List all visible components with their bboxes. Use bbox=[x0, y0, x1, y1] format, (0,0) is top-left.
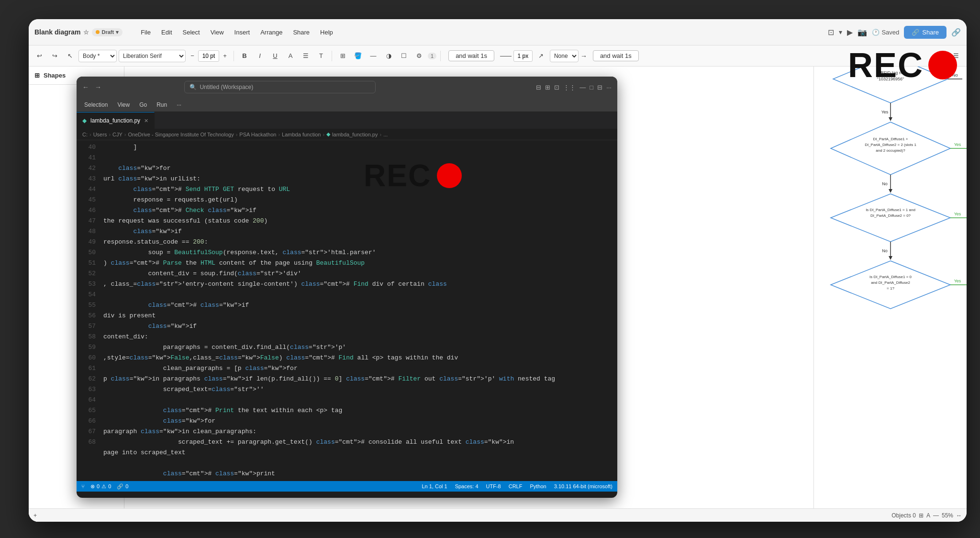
zoom-fit-btn[interactable]: ↔ bbox=[956, 512, 962, 519]
star-icon[interactable]: ☆ bbox=[83, 29, 89, 36]
code-line: scraped_text=class="str">'' bbox=[103, 384, 617, 395]
font-decrease-button[interactable]: − bbox=[188, 49, 197, 63]
menu-more[interactable]: ··· bbox=[173, 100, 185, 110]
opacity-button[interactable]: ☐ bbox=[397, 49, 411, 63]
line-number: 60 bbox=[77, 353, 96, 363]
tab-close-btn[interactable]: ✕ bbox=[144, 118, 148, 124]
bg-color-button[interactable]: 🪣 bbox=[351, 49, 365, 63]
link-status[interactable]: 🔗 0 bbox=[117, 483, 128, 490]
line-number: 49 bbox=[77, 237, 96, 247]
share-button[interactable]: 🔗 Share bbox=[904, 26, 947, 39]
code-line: class="cmt"># Check class="kw">if bbox=[103, 205, 617, 216]
menu-view[interactable]: View bbox=[206, 27, 229, 38]
code-line: class="kw">for bbox=[103, 163, 617, 174]
svg-marker-15 bbox=[889, 189, 892, 193]
minimize-btn[interactable]: — bbox=[579, 84, 586, 91]
menu-file[interactable]: File bbox=[136, 27, 156, 38]
git-icon: ⑂ bbox=[81, 483, 85, 489]
language-mode[interactable]: Python bbox=[530, 483, 546, 489]
arrow-button[interactable]: → bbox=[580, 52, 587, 60]
menu-run[interactable]: Run bbox=[153, 100, 171, 110]
menu-selection[interactable]: Selection bbox=[80, 100, 111, 110]
menu-go[interactable]: Go bbox=[135, 100, 151, 110]
menu-arrange[interactable]: Arrange bbox=[256, 27, 287, 38]
line-style-select[interactable]: —— bbox=[500, 53, 512, 59]
line-color-button[interactable]: — bbox=[367, 49, 380, 63]
font-select[interactable]: Liberation Serif bbox=[119, 50, 186, 62]
link-icon[interactable]: 🔗 bbox=[951, 28, 961, 37]
code-line: class="cmt"># class="kw">if bbox=[103, 300, 617, 311]
menu-view[interactable]: View bbox=[113, 100, 134, 110]
menu-edit[interactable]: Edit bbox=[156, 27, 177, 38]
italic-button[interactable]: I bbox=[253, 49, 267, 63]
font-color-button[interactable]: A bbox=[284, 49, 297, 63]
present-icon[interactable]: ⊡ bbox=[828, 28, 834, 37]
layers-icon[interactable]: ⊞ bbox=[919, 512, 924, 519]
code-line bbox=[103, 290, 617, 300]
line-number: 40 bbox=[77, 142, 96, 153]
menu-share[interactable]: Share bbox=[288, 27, 314, 38]
redo-button[interactable]: ↪ bbox=[48, 49, 61, 63]
active-tab[interactable]: ◆ lambda_function.py ✕ bbox=[77, 112, 155, 129]
layout-btn-1[interactable]: ⊟ bbox=[536, 84, 541, 91]
layout-btn-4[interactable]: ⋮⋮ bbox=[563, 84, 576, 91]
encoding[interactable]: UTF-8 bbox=[486, 483, 501, 489]
menu-select[interactable]: Select bbox=[178, 27, 205, 38]
code-line: clean_paragraphs = [p class="kw">for bbox=[103, 363, 617, 374]
video-icon[interactable]: 📷 bbox=[858, 28, 867, 37]
bold-button[interactable]: B bbox=[238, 49, 251, 63]
align-button[interactable]: ☰ bbox=[299, 49, 312, 63]
cursor-button[interactable]: ↖ bbox=[63, 49, 77, 63]
sep-3: › bbox=[124, 132, 126, 137]
svg-text:Is DI_PartA_Diffuse1 = 0: Is DI_PartA_Diffuse1 = 0 bbox=[869, 275, 912, 279]
zoom-out-btn[interactable]: — bbox=[933, 512, 939, 519]
font-increase-button[interactable]: + bbox=[220, 49, 230, 63]
line-ending[interactable]: CRLF bbox=[509, 483, 523, 489]
style-select[interactable]: Body * bbox=[78, 50, 117, 62]
plugin-button[interactable]: ⚙ bbox=[412, 49, 426, 63]
vscode-menubar: Selection View Go Run ··· bbox=[77, 98, 617, 112]
sep-6: › bbox=[323, 132, 324, 137]
ln-col[interactable]: Ln 1, Col 1 bbox=[422, 483, 447, 489]
drawio-menu: File Edit Select View Insert Arrange Sha… bbox=[136, 27, 338, 38]
menu-insert[interactable]: Insert bbox=[230, 27, 255, 38]
format-icon[interactable]: A bbox=[926, 512, 930, 519]
svg-text:Yes: Yes bbox=[954, 142, 961, 147]
font-size-input[interactable] bbox=[198, 50, 219, 62]
errors-status[interactable]: ⊗ 0 ⚠ 0 bbox=[90, 483, 111, 490]
more-btn[interactable]: ··· bbox=[606, 84, 612, 91]
nav-forward-btn[interactable]: → bbox=[95, 83, 101, 91]
python-version: 3.10.11 64-bit (microsoft) bbox=[554, 483, 612, 489]
nav-back-btn[interactable]: ← bbox=[82, 83, 89, 91]
underline-button[interactable]: U bbox=[268, 49, 282, 63]
table-button[interactable]: ⊞ bbox=[336, 49, 349, 63]
workspace-search[interactable]: 🔍 Untitled (Workspace) bbox=[184, 81, 376, 93]
connector-button[interactable]: ↗ bbox=[535, 49, 548, 63]
svg-text:and DI_PartA_Diffuse2: and DI_PartA_Diffuse2 bbox=[871, 280, 910, 285]
code-line: response = requests.get(url) bbox=[103, 195, 617, 205]
code-area: 4041424344454647484950515253545556575859… bbox=[77, 140, 617, 481]
code-content[interactable]: ] class="kw">for url class="kw">in urlLi… bbox=[100, 140, 617, 481]
line-number: 43 bbox=[77, 174, 96, 184]
code-line bbox=[103, 395, 617, 405]
panel-right-btn[interactable]: ⊟ bbox=[597, 84, 602, 91]
line-number: 67 bbox=[77, 426, 96, 437]
menu-help[interactable]: Help bbox=[315, 27, 338, 38]
layout-btn-3[interactable]: ⊡ bbox=[554, 84, 559, 91]
shadow-button[interactable]: ◑ bbox=[382, 49, 395, 63]
end-style-select[interactable]: None bbox=[550, 50, 579, 62]
undo-button[interactable]: ↩ bbox=[33, 49, 46, 63]
format-button[interactable]: T bbox=[314, 49, 328, 63]
layout-btn-2[interactable]: ⊞ bbox=[545, 84, 550, 91]
draft-chevron[interactable]: ▾ bbox=[116, 29, 119, 35]
svg-text:DI_PartA_Diffuse2 = 0?: DI_PartA_Diffuse2 = 0? bbox=[870, 213, 911, 218]
spaces[interactable]: Spaces: 4 bbox=[455, 483, 479, 489]
add-page-btn[interactable]: + bbox=[33, 512, 37, 519]
draft-badge: Draft ▾ bbox=[92, 28, 122, 36]
maximize-btn[interactable]: □ bbox=[590, 84, 593, 91]
vscode-tabbar: ◆ lambda_function.py ✕ bbox=[77, 112, 617, 129]
line-width-input[interactable] bbox=[513, 50, 533, 62]
python-file-icon: ◆ bbox=[82, 117, 87, 124]
play-icon[interactable]: ▶ bbox=[847, 28, 853, 37]
chevron-icon[interactable]: ▾ bbox=[839, 28, 842, 36]
